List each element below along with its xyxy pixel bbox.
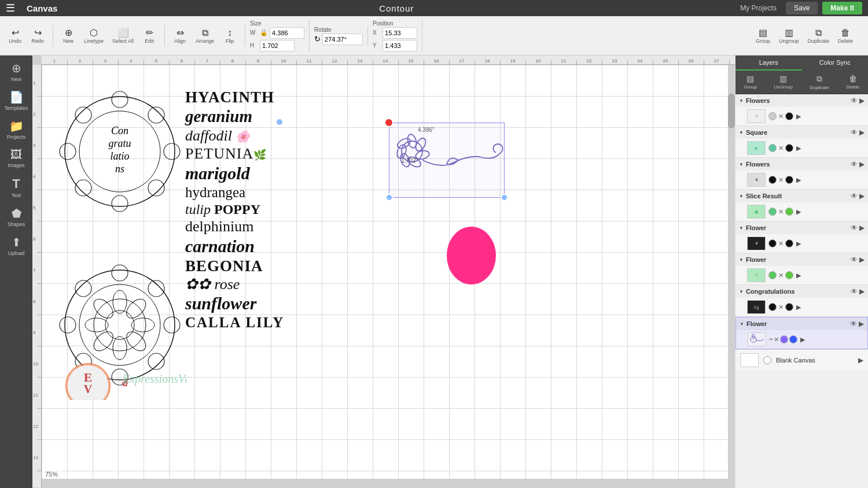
- blank-canvas-color[interactable]: [763, 356, 771, 364]
- sidebar-shapes-button[interactable]: ⬟ Shapes: [0, 203, 32, 231]
- panel-delete-button[interactable]: 🗑 Delete: [841, 73, 864, 91]
- panel-duplicate-button[interactable]: ⧉ Duplicate: [805, 73, 833, 91]
- sidebar-templates-button[interactable]: 📄 Templates: [0, 87, 32, 114]
- visibility-toggle-flower-dark[interactable]: 👁: [851, 224, 858, 232]
- color-dot-purple-fb[interactable]: [780, 335, 788, 343]
- color-dot-black2-fd[interactable]: [785, 239, 793, 247]
- color-dot-green1-slice[interactable]: [768, 208, 777, 216]
- ungroup-button[interactable]: ▥ Ungroup: [775, 25, 803, 46]
- layer-header-flower-dark[interactable]: ▼ Flower 👁 ▶: [735, 221, 868, 234]
- sidebar-new-button[interactable]: ⊕ New: [0, 58, 32, 86]
- layer-header-congrats[interactable]: ▼ Congratulations 👁 ▶: [735, 285, 868, 298]
- more-options-congrats[interactable]: ▶: [859, 287, 865, 295]
- layer-header-flowers-mid[interactable]: ▼ Flowers 👁 ▶: [735, 158, 868, 171]
- height-input[interactable]: [260, 40, 295, 51]
- more-options-slice[interactable]: ▶: [859, 192, 865, 200]
- visibility-toggle-flowers-mid[interactable]: 👁: [851, 160, 858, 168]
- visibility-toggle-flower-green[interactable]: 👁: [851, 256, 858, 264]
- more-options-flower-green[interactable]: ▶: [859, 256, 865, 264]
- layer-header-square[interactable]: ▼ Square 👁 ▶: [735, 126, 868, 139]
- linetype-button[interactable]: ⬡ Linetype: [80, 25, 107, 46]
- color-dot-black-sq[interactable]: [785, 144, 793, 152]
- rotate-input[interactable]: [322, 34, 363, 45]
- layer-arrow-slice[interactable]: ▶: [796, 208, 801, 216]
- layer-arrow-flowers-top[interactable]: ▶: [796, 113, 801, 120]
- layer-header-flower-blue[interactable]: ▼ Flower 👁 ▶: [736, 317, 867, 330]
- color-dot-green2-slice[interactable]: [785, 208, 793, 216]
- x-input[interactable]: [382, 27, 417, 39]
- color-dot-black-fm[interactable]: [768, 176, 777, 184]
- more-options-flower-dark[interactable]: ▶: [859, 224, 865, 232]
- color-dot-gray[interactable]: [768, 112, 777, 120]
- align-button[interactable]: ⇔ Align: [170, 25, 190, 46]
- layer-arrow-flowers-mid[interactable]: ▶: [796, 176, 801, 184]
- duplicate-button[interactable]: ⧉ Duplicate: [804, 25, 833, 46]
- layer-arrow-flower-blue[interactable]: ▶: [800, 336, 805, 343]
- color-dot-black2-cg[interactable]: [785, 303, 793, 311]
- visibility-toggle-congrats[interactable]: 👁: [851, 287, 858, 295]
- undo-button[interactable]: ↩ Undo: [5, 25, 25, 46]
- width-input[interactable]: [270, 27, 304, 39]
- tab-color-sync[interactable]: Color Sync: [802, 56, 869, 71]
- color-dot-green[interactable]: [768, 144, 777, 152]
- panel-ungroup-button[interactable]: ▥ UnGroup: [769, 73, 797, 91]
- make-it-button[interactable]: Make It: [822, 2, 862, 14]
- edit-button[interactable]: ✏ Edit: [139, 25, 160, 46]
- sidebar-upload-button[interactable]: ⬆ Upload: [0, 232, 32, 260]
- scrollbar-thumb[interactable]: [728, 94, 735, 128]
- duplicate-icon: ⧉: [815, 28, 822, 38]
- sidebar-text-button[interactable]: T Text: [0, 173, 32, 202]
- panel-group-button[interactable]: ▤ Group: [740, 73, 762, 91]
- color-dot-green1-fg[interactable]: [768, 271, 777, 279]
- delete-handle[interactable]: [384, 118, 393, 127]
- sidebar-images-button[interactable]: 🖼 Images: [0, 145, 32, 172]
- visibility-toggle-flower-blue[interactable]: 👁: [850, 320, 857, 328]
- rotate-handle[interactable]: [275, 118, 284, 126]
- pink-ellipse[interactable]: [447, 227, 496, 284]
- edit-icon: ✏: [146, 27, 153, 38]
- scrollbar-vertical[interactable]: [728, 65, 735, 479]
- visibility-toggle-flowers-top[interactable]: 👁: [851, 97, 858, 105]
- more-options-flower-blue[interactable]: ▶: [859, 320, 864, 328]
- color-dot-black[interactable]: [785, 112, 793, 120]
- layer-header-flower-green[interactable]: ▼ Flower 👁 ▶: [735, 253, 868, 266]
- visibility-toggle-slice[interactable]: 👁: [851, 192, 858, 200]
- more-options-flowers-top[interactable]: ▶: [859, 97, 865, 105]
- sidebar-projects-button[interactable]: 📁 Projects: [0, 116, 32, 143]
- delete-button[interactable]: 🗑 Delete: [834, 25, 856, 46]
- layer-arrow-square[interactable]: ▶: [796, 145, 801, 152]
- blank-canvas-thumbnail: [740, 353, 759, 367]
- color-dot-blue-fb[interactable]: [789, 335, 797, 343]
- floral-art[interactable]: Con gratu latio ns: [53, 88, 186, 458]
- redo-button[interactable]: ↪ Redo: [27, 25, 48, 46]
- more-options-square[interactable]: ▶: [859, 128, 865, 136]
- color-dot-black2-fm[interactable]: [785, 176, 793, 184]
- visibility-toggle-square[interactable]: 👁: [851, 128, 858, 136]
- save-button[interactable]: Save: [786, 2, 818, 14]
- tab-layers[interactable]: Layers: [735, 56, 802, 71]
- arrange-button[interactable]: ⧉ Arrange: [192, 25, 218, 46]
- more-options-flowers-mid[interactable]: ▶: [859, 160, 865, 168]
- flip-button[interactable]: ↕ Flip: [219, 25, 240, 46]
- blank-canvas-more[interactable]: ▶: [858, 356, 863, 364]
- group-button[interactable]: ▤ Group: [752, 25, 774, 46]
- hamburger-menu[interactable]: ☰: [6, 2, 15, 14]
- layer-arrow-congrats[interactable]: ▶: [796, 304, 801, 311]
- layer-name-flower-green: Flower: [746, 256, 848, 263]
- layer-arrow-flower-green[interactable]: ▶: [796, 272, 801, 279]
- layer-color-dots-flower-green: ✕: [768, 271, 793, 279]
- color-dot-black-fd[interactable]: [768, 239, 777, 247]
- layer-header-flowers-top[interactable]: ▼ Flowers 👁 ▶: [735, 94, 868, 107]
- select-all-button[interactable]: ⬜ Select All: [109, 25, 137, 46]
- new-button[interactable]: ⊕ New: [58, 25, 79, 46]
- svg-point-27: [105, 310, 134, 339]
- svg-point-32: [113, 337, 127, 360]
- color-dot-green2-fg[interactable]: [785, 271, 793, 279]
- color-dot-black-cg[interactable]: [768, 303, 777, 311]
- my-projects-button[interactable]: My Projects: [735, 2, 781, 14]
- grid-canvas[interactable]: Con gratu latio ns: [42, 65, 735, 479]
- y-input[interactable]: [382, 40, 417, 51]
- layer-header-slice[interactable]: ▼ Slice Result 👁 ▶: [735, 190, 868, 202]
- layer-arrow-flower-dark[interactable]: ▶: [796, 240, 801, 247]
- canvas-area[interactable]: /* ruler drawn in JS below */ 1234567891…: [32, 56, 735, 488]
